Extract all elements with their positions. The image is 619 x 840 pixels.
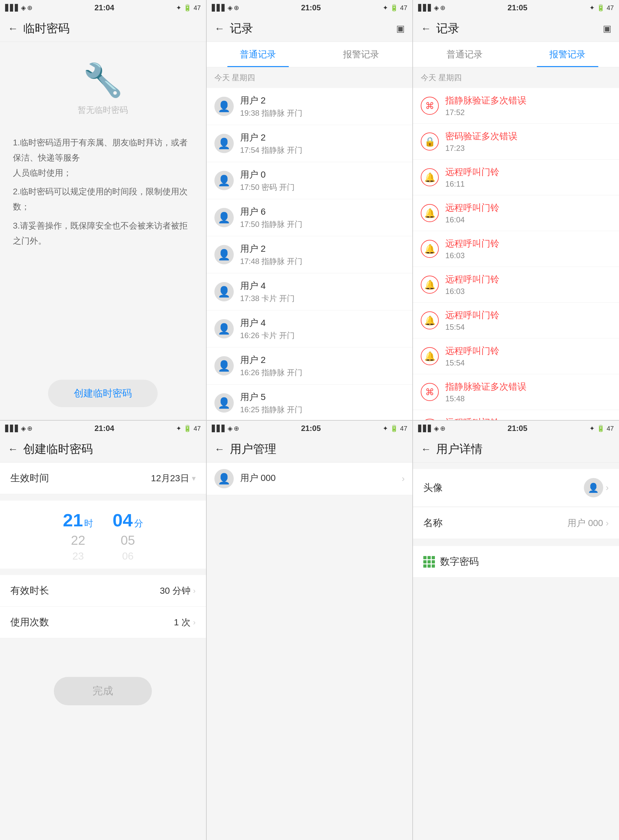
battery-level-5: 47 [400,425,407,432]
alert-icon-wrap: 🔔 [421,311,439,329]
time-5: 21:05 [301,424,321,433]
tab-normal-records-3[interactable]: 普通记录 [413,42,516,67]
create-temp-pwd-button[interactable]: 创建临时密码 [48,380,158,407]
usage-row[interactable]: 使用次数 1 次 › [0,607,206,638]
panel-temp-password: ▋▋▋ ◈ ⊕ 21:04 ✦ 🔋 47 ← 临时密码 🔧 暂无临时密码 1.临… [0,0,206,420]
back-button-4[interactable]: ← [8,443,18,455]
digital-pwd-row[interactable]: 数字密码 [413,546,619,578]
alert-time: 15:54 [445,359,611,368]
grid-dot [428,564,431,568]
avatar-value: 👤 › [584,478,609,497]
time-columns: 21 时 22 23 04 分 05 06 [0,507,206,562]
battery-level-3: 47 [607,4,614,12]
item-content: 用户 5 16:25 指静脉 开门 [240,391,405,415]
bt-icon-1: ✦ [176,4,181,12]
alert-content: 指静脉验证多次错误 17:52 [445,94,611,117]
alert-name: 远程呼叫门铃 [445,274,611,285]
page-title-4: 创建临时密码 [23,441,93,457]
network-icon-5: ⊕ [234,424,239,432]
signal-icon-1: ▋▋▋ [5,4,19,12]
panel-create-temp-pwd: ▋▋▋ ◈ ⊕ 21:04 ✦ 🔋 47 ← 创建临时密码 生效时间 12月23… [0,421,206,840]
time-3: 21:05 [507,3,527,12]
avatar-row[interactable]: 头像 👤 › [413,469,619,507]
item-name: 用户 0 [240,169,405,181]
status-left-4: ▋▋▋ ◈ ⊕ [5,424,33,432]
item-desc: 16:26 指静脉 开门 [240,368,405,378]
time-6: 21:05 [507,424,527,433]
action-button-2[interactable]: ▣ [396,23,405,34]
header-2: ← 记录 ▣ [207,15,413,42]
person-icon: 👤 [218,397,230,409]
alert-icon-wrap: 🔔 [421,240,439,258]
item-desc: 16:25 指静脉 开门 [240,405,405,415]
duration-label: 有效时长 [10,584,49,597]
back-button-6[interactable]: ← [421,443,431,455]
duration-row[interactable]: 有效时长 30 分钟 › [0,575,206,607]
back-button-1[interactable]: ← [8,22,18,34]
page-title-5: 用户管理 [230,441,276,457]
item-name: 用户 2 [240,354,405,366]
digital-pwd-label: 数字密码 [440,555,479,568]
alert-icon-wrap: ⌘ [421,383,439,401]
time-picker[interactable]: 21 时 22 23 04 分 05 06 [0,501,206,569]
person-icon: 👤 [218,211,230,224]
back-button-2[interactable]: ← [214,22,225,34]
status-right-4: ✦ 🔋 47 [176,424,200,432]
grid-dot [432,564,435,568]
alert-time: 16:03 [445,287,611,296]
tab-alert-records[interactable]: 报警记录 [310,42,412,67]
wifi-icon-4: ◈ [21,424,26,432]
bell-icon: 🔔 [424,280,435,290]
person-icon: 👤 [218,285,230,298]
status-left-1: ▋▋▋ ◈ ⊕ [5,4,33,12]
alert-content: 远程呼叫门铃 15:47 [445,417,611,420]
bell-icon: 🔔 [424,315,435,326]
header-5: ← 用户管理 [207,436,413,463]
status-bar-1: ▋▋▋ ◈ ⊕ 21:04 ✦ 🔋 47 [0,0,206,15]
alert-item: ⌘ 指静脉验证多次错误 15:48 [413,374,619,410]
network-icon-4: ⊕ [27,424,33,432]
grid-dot [428,556,431,559]
bell-icon: 🔔 [424,208,435,218]
min-active: 04 [112,510,133,531]
wifi-icon-6: ◈ [434,424,439,432]
action-button-3[interactable]: ▣ [603,23,611,34]
item-content: 用户 2 17:54 指静脉 开门 [240,132,405,155]
tab-alert-records-3[interactable]: 报警记录 [516,42,619,67]
list-item: 👤 用户 2 17:48 指静脉 开门 [207,236,413,274]
status-left-3: ▋▋▋ ◈ ⊕ [418,4,446,12]
item-content: 用户 2 19:38 指静脉 开门 [240,94,405,118]
effect-time-row[interactable]: 生效时间 12月23日 ▾ [0,463,206,494]
person-icon: 👤 [218,323,230,335]
status-bar-2: ▋▋▋ ◈ ⊕ 21:05 ✦ 🔋 47 [207,0,413,15]
name-row[interactable]: 名称 用户 000 › [413,507,619,539]
done-button[interactable]: 完成 [54,677,152,705]
bt-icon-2: ✦ [383,4,388,12]
person-icon: 👤 [218,360,230,372]
bt-icon-4: ✦ [176,424,181,432]
alert-name: 指静脉验证多次错误 [445,381,611,393]
grid-dot [432,560,435,563]
person-icon: 👤 [218,100,230,112]
usage-value: 1 次 › [174,616,195,629]
list-item: 👤 用户 2 16:26 指静脉 开门 [207,347,413,384]
back-button-5[interactable]: ← [214,443,225,455]
user-list-item[interactable]: 👤 用户 000 › [207,463,413,495]
alert-icon-wrap: 🔔 [421,168,439,186]
effect-time-value: 12月23日 ▾ [151,472,195,484]
tab-normal-records[interactable]: 普通记录 [207,42,310,67]
battery-icon-3: 🔋 [597,4,605,12]
item-desc: 17:50 指静脉 开门 [240,219,405,230]
avatar: 👤 [214,97,234,116]
avatar-arrow-icon: › [606,483,609,493]
duration-value: 30 分钟 › [160,585,196,597]
fingerprint-icon: ⌘ [425,100,434,111]
item-desc: 17:50 密码 开门 [240,182,405,193]
grid-dot [423,564,426,568]
battery-icon-1: 🔋 [184,4,191,12]
signal-icon-3: ▋▋▋ [418,4,433,12]
back-button-3[interactable]: ← [421,22,431,34]
signal-icon-2: ▋▋▋ [212,4,226,12]
status-left-2: ▋▋▋ ◈ ⊕ [212,4,239,12]
alert-icon-wrap: 🔔 [421,276,439,294]
